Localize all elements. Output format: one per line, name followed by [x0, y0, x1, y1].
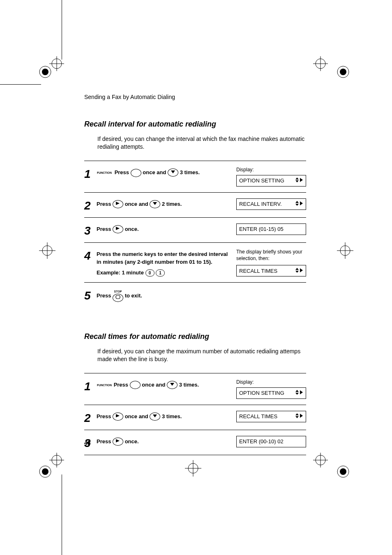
stop-button-icon — [113, 294, 123, 302]
once-text: once. — [125, 226, 139, 232]
step-row: 1 FUNCTION Press once and 3 times. — [84, 161, 306, 193]
to-exit-text: to exit. — [125, 292, 142, 299]
once-and-text: once and — [143, 169, 166, 175]
svg-marker-40 — [295, 271, 299, 273]
section-recall-times: Recall times for automatic redialing If … — [84, 332, 306, 455]
display-text: OPTION SETTING — [239, 390, 284, 396]
crop-line — [62, 0, 62, 60]
section-intro: If desired, you can change the maximum n… — [97, 348, 306, 363]
numeric-key-0-icon: 0 — [145, 269, 154, 276]
svg-marker-39 — [295, 268, 299, 270]
once-text: once. — [125, 438, 139, 444]
svg-marker-32 — [300, 178, 303, 182]
display-text: ENTER (00-10) 02 — [239, 438, 284, 444]
svg-marker-37 — [300, 201, 303, 205]
display-box: RECALL INTERV. — [236, 198, 306, 210]
once-and-text: once and — [125, 201, 148, 207]
right-button-icon — [113, 438, 123, 446]
press-text: Press — [115, 169, 129, 175]
svg-marker-29 — [171, 170, 175, 173]
display-text: RECALL INTERV. — [239, 201, 282, 207]
step-row: 3 Press once. ENTER (01-15) 05 — [84, 218, 306, 243]
press-text: Press — [97, 226, 111, 232]
step-body-text: Press the numeric keys to enter the desi… — [97, 250, 232, 266]
times-text: 3 times. — [179, 382, 199, 388]
function-label: FUNCTION — [97, 171, 112, 174]
registration-mark-top-right — [312, 53, 353, 82]
display-box: ENTER (00-10) 02 — [236, 436, 306, 447]
right-button-icon — [113, 225, 123, 233]
press-text: Press — [114, 382, 128, 388]
display-text: RECALL TIMES — [239, 413, 277, 419]
svg-marker-51 — [300, 414, 303, 418]
function-label: FUNCTION — [97, 384, 112, 387]
svg-marker-31 — [295, 180, 299, 182]
times-text: 2 times. — [162, 201, 182, 207]
function-button-icon — [131, 169, 141, 177]
svg-marker-47 — [116, 414, 120, 417]
svg-marker-45 — [295, 393, 299, 395]
svg-marker-46 — [300, 390, 303, 394]
step-number: 2 — [84, 198, 97, 212]
display-box: RECALL TIMES — [236, 265, 306, 276]
times-text: 3 times. — [180, 169, 200, 175]
stop-label: STOP — [113, 290, 123, 293]
display-label: Display: — [236, 379, 306, 385]
crop-line — [62, 474, 62, 555]
svg-marker-34 — [153, 202, 157, 205]
section-recall-interval: Recall interval for automatic redialing … — [84, 120, 306, 308]
step-row: 2 Press once and 2 times. RECALL INTERV. — [84, 193, 306, 218]
press-text: Press — [97, 413, 111, 419]
down-button-icon — [150, 412, 160, 421]
press-text: Press — [97, 292, 111, 299]
display-box: OPTION SETTING — [236, 175, 306, 187]
display-text: OPTION SETTING — [239, 177, 284, 184]
display-text: RECALL TIMES — [239, 268, 277, 274]
press-text: Press — [97, 201, 111, 207]
step-number: 1 — [84, 167, 97, 180]
display-desc: The display briefly shows your selection… — [236, 249, 306, 262]
svg-point-9 — [340, 69, 346, 75]
svg-marker-48 — [153, 415, 157, 417]
svg-marker-49 — [295, 413, 299, 415]
svg-point-28 — [340, 468, 346, 475]
step-row: 1 FUNCTION Press once and 3 times. Displ… — [84, 373, 306, 405]
svg-point-20 — [42, 468, 48, 475]
step-row: 4 Press the numeric keys to enter the de… — [84, 243, 306, 283]
down-button-icon — [168, 168, 178, 177]
display-box: ENTER (01-15) 05 — [236, 223, 306, 235]
registration-mark-right-mid — [333, 238, 357, 263]
once-and-text: once and — [142, 382, 165, 388]
step-number: 5 — [84, 288, 97, 302]
step-number: 2 — [84, 411, 97, 424]
svg-point-1 — [42, 69, 48, 75]
updown-right-icon — [295, 177, 303, 184]
svg-marker-38 — [116, 227, 120, 230]
svg-marker-35 — [295, 201, 299, 203]
step-number: 1 — [84, 379, 97, 392]
display-box: OPTION SETTING — [236, 387, 306, 399]
step-row: 5 Press STOP to exit. — [84, 283, 306, 308]
display-text: ENTER (01-15) 05 — [239, 226, 284, 232]
crop-line — [0, 84, 41, 85]
updown-right-icon — [295, 267, 303, 274]
once-and-text: once and — [125, 413, 148, 419]
section-title: Recall times for automatic redialing — [84, 332, 306, 341]
step-number: 4 — [84, 249, 97, 262]
registration-mark-bottom-right — [312, 452, 353, 481]
svg-marker-42 — [116, 295, 120, 299]
function-button-icon — [130, 381, 141, 389]
registration-mark-bottom-center — [181, 456, 205, 481]
registration-mark-left-mid — [35, 238, 60, 263]
display-box: RECALL TIMES — [236, 411, 306, 422]
step-row: 2 Press once and 3 times. RECALL TIMES — [84, 405, 306, 430]
page-number: 48 — [84, 440, 91, 446]
example-label: Example: 1 minute — [97, 269, 144, 276]
svg-marker-30 — [295, 177, 299, 180]
down-button-icon — [150, 200, 160, 208]
step-number: 3 — [84, 223, 97, 237]
svg-marker-36 — [295, 204, 299, 206]
right-button-icon — [113, 200, 123, 208]
updown-right-icon — [295, 200, 303, 207]
running-head: Sending a Fax by Automatic Dialing — [84, 94, 306, 100]
